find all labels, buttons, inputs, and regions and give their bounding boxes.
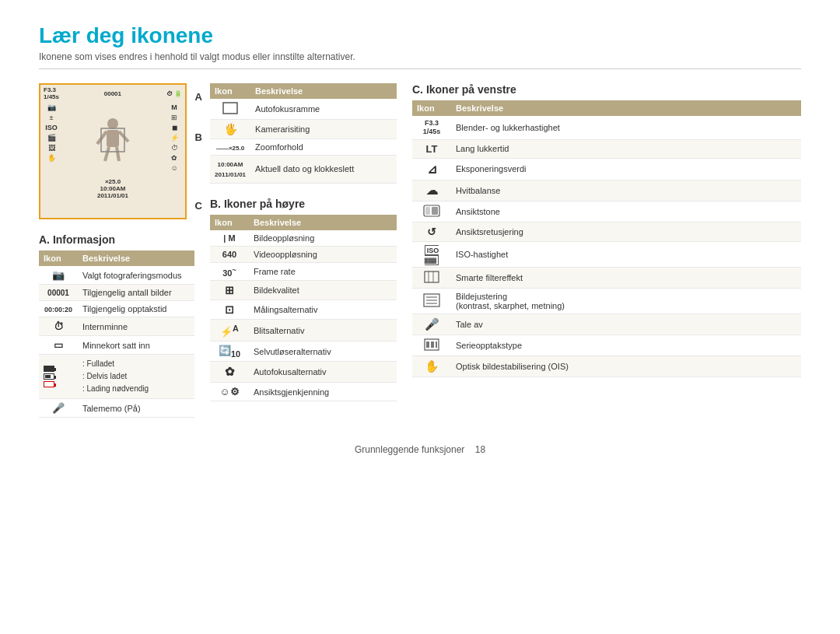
icon-cell: ⊞ [210,281,249,300]
col-desc-c: Beskrivelse [451,100,801,116]
desc-cell: Målingsalternativ [249,300,397,320]
desc-cell: Frame rate [249,262,397,281]
desc-cell: ISO-hastighet [451,241,801,267]
svg-line-3 [119,131,128,142]
camera-preview: F3.31/45s 00001 ⏱ 🔋 📷 ± ISO 🎬 🖼 ✋ [39,83,187,219]
icon-cell: 🖐 [210,120,250,139]
table-row: ISO▓▓▓ ISO-hastighet [412,241,801,267]
table-row: 🔄10 Selvutløseralternativ [210,341,397,362]
desc-cell: Videooppløsning [249,246,397,262]
table-row: ✋ Optisk bildestabilisering (OIS) [412,356,801,377]
desc-cell: Smarte filtereffekt [451,267,801,288]
table-row: 10:00AM2011/01/01 Aktuell dato og klokke… [210,156,397,184]
desc-cell: Eksponeringsverdi [451,158,801,180]
ansiktstone-icon [423,205,440,217]
svg-rect-9 [425,207,430,215]
col-icon-a: Ikon [39,250,78,266]
col-desc-top: Beskrivelse [250,83,397,99]
section-a-table: Ikon Beskrivelse 📷 Valgt fotograferingsm… [39,250,194,418]
icon-cell: ☁ [412,180,451,201]
desc-cell: Bildejustering(kontrast, skarphet, metni… [451,288,801,313]
top-table: Ikon Beskrivelse Autofokusramme 🖐 Kamera… [210,83,397,184]
desc-cell: Kamerarisiting [250,120,397,139]
icon-cell [412,335,451,356]
desc-cell: Minnekort satt inn [78,336,194,355]
col-icon-top: Ikon [210,83,250,99]
icon-cell: 00001 [39,285,78,301]
icon-cell: ↺ [412,222,451,241]
section-a-heading: A. Informasjon [39,233,194,246]
desc-cell: : Fulladet : Delvis ladet : Lading nødve… [78,355,194,399]
list-item: : Fulladet [82,358,190,370]
table-row: ✿ Autofokusalternativ [210,362,397,383]
col-desc-b: Beskrivelse [249,215,397,230]
desc-cell: Aktuell dato og klokkeslett [250,156,397,184]
list-item: : Delvis ladet [82,370,190,383]
desc-cell: Bildeoppløsning [249,230,397,247]
table-row: Ansiktstone [412,201,801,222]
table-row: : Fulladet : Delvis ladet : Lading nødve… [39,355,194,399]
page-title: Lær deg ikonene [39,23,801,48]
table-row: ☁ Hvitbalanse [412,180,801,201]
col-icon-c: Ikon [412,100,451,116]
desc-cell: Ansiktsgjenkjenning [249,383,397,401]
table-row: ▭ Minnekort satt inn [39,336,194,355]
cam-center: ×25.0 10:00AM 2011/01/01 [62,102,163,211]
svg-line-2 [97,131,107,144]
autofocus-rect-icon [222,102,238,114]
table-row: 📷 Valgt fotograferingsmodus [39,266,194,285]
table-row: 00001 Tilgjengelig antall bilder [39,285,194,301]
icon-cell [412,201,451,222]
table-row: ☺⚙ Ansiktsgjenkjenning [210,383,397,401]
desc-cell: Blender- og lukkerhastighet [451,116,801,139]
table-row: 00:00:20 Tilgjengelig opptakstid [39,301,194,317]
battery-partial-icon [44,373,54,380]
icon-cell [412,288,451,313]
icon-cell: ⚡A [210,320,249,341]
cam-left-icons: 📷 ± ISO 🎬 🖼 ✋ [40,102,62,211]
svg-rect-10 [432,207,438,215]
cam-zoom: ×25.0 [105,178,121,185]
icon-cell: LT [412,139,451,158]
cam-count: 00001 [104,90,121,97]
table-row: ⏱ Internminne [39,317,194,336]
desc-cell: Ansiktstone [451,201,801,222]
cam-inner: 📷 ± ISO 🎬 🖼 ✋ [40,102,185,211]
desc-cell: Tilgjengelig opptakstid [78,301,194,317]
icon-cell: 🔄10 [210,341,249,362]
list-item: : Lading nødvendig [82,383,190,395]
icon-cell: 🎤 [412,313,451,335]
icon-cell: 00:00:20 [39,301,78,317]
top-icon-table: Ikon Beskrivelse Autofokusramme 🖐 Kamera… [210,83,397,184]
icon-cell: 10:00AM2011/01/01 [210,156,250,184]
cam-silhouette [89,114,136,177]
svg-rect-1 [107,130,119,147]
table-row: Serieopptakstype [412,335,801,356]
col-icon-b: Ikon [210,215,249,230]
icon-cell: | M [210,230,249,247]
icon-cell: ⊿ [412,158,451,180]
table-row: LT Lang lukkertid [412,139,801,158]
icon-cell [412,267,451,288]
section-b-heading: B. Ikoner på høyre [210,198,397,210]
footer-page: 18 [475,444,485,455]
icon-cell: 🎤 [39,399,78,418]
table-row: ⚡A Blitsalternativ [210,320,397,341]
table-row: Autofokusramme [210,99,397,120]
table-row: F3.31/45s Blender- og lukkerhastighet [412,116,801,139]
svg-rect-11 [425,271,439,282]
desc-cell: Blitsalternativ [249,320,397,341]
section-a: A. Informasjon Ikon Beskrivelse 📷 Valgt … [39,233,194,418]
table-row: ⊡ Målingsalternativ [210,300,397,320]
cam-icons-top: ⏱ 🔋 [166,90,182,97]
desc-cell: Tale av [451,313,801,335]
battery-full-icon [44,366,54,372]
table-row: 640 Videooppløsning [210,246,397,262]
icon-cell: ——×25.0 [210,139,250,156]
svg-rect-21 [436,342,437,348]
desc-cell: Internminne [78,317,194,336]
page-subtitle: Ikonene som vises endres i henhold til v… [39,51,801,69]
desc-cell: Lang lukkertid [451,139,801,158]
cam-right-icons: M ⊞ ◼ ⚡ ⏱ ✿ ☺ [163,102,185,211]
serie-icon [424,338,439,351]
